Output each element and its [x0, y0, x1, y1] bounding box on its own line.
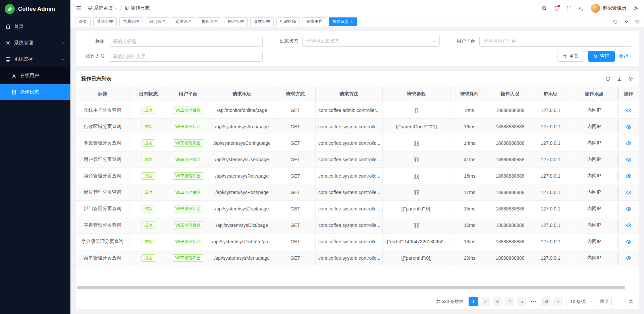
next-page-button[interactable]: >	[553, 297, 562, 306]
filter-field-operator: 操作人员	[81, 51, 263, 62]
translate-icon[interactable]: 文A	[579, 5, 584, 11]
cell-duration: 16ms	[450, 168, 489, 184]
sidebar-item-home[interactable]: 首页	[0, 18, 70, 35]
cell-status: 成功	[129, 119, 167, 135]
menu-fold-icon[interactable]	[76, 5, 82, 11]
page-button-3[interactable]: 3	[493, 297, 502, 306]
view-detail-eye-icon[interactable]	[626, 239, 632, 245]
view-detail-eye-icon[interactable]	[626, 140, 632, 146]
title-label: 标题	[81, 38, 105, 44]
cell-duration: 16ms	[450, 217, 489, 234]
cell-operator: 18888888888	[489, 201, 531, 217]
cell-params: [{"parentId":0}]	[383, 250, 450, 266]
table-spacer	[76, 266, 639, 286]
table-row: 在线用户分页查询成功WEB管理后台/api/monitor/online/pag…	[76, 102, 639, 119]
cell-action	[619, 135, 639, 151]
collapse-button-label: 收起	[619, 53, 628, 59]
log-list-card: 操作日志列表	[76, 71, 639, 309]
column-header-操作人员: 操作人员	[489, 86, 531, 102]
cell-operator: 18888888888	[489, 168, 531, 184]
platform-select[interactable]: 请选择用户平台	[479, 36, 633, 47]
app-layout: Coffee Admin 首页 系统管理	[0, 0, 644, 314]
tab-行政区域[interactable]: 行政区域	[276, 17, 300, 26]
jump-page-input[interactable]	[611, 297, 626, 306]
view-detail-eye-icon[interactable]	[626, 255, 632, 261]
log-file-icon	[124, 5, 129, 11]
tab-参数管理[interactable]: 参数管理	[250, 17, 274, 26]
sidebar-item-operation-log[interactable]: 操作日志	[0, 84, 70, 100]
cell-ip: 127.0.0.1	[531, 250, 570, 266]
tab-用户管理[interactable]: 用户管理	[224, 17, 248, 26]
tab-在线用户[interactable]: 在线用户	[303, 17, 326, 26]
notification-bell-icon[interactable]	[554, 5, 559, 11]
tab-close-icon[interactable]: ×	[351, 19, 353, 24]
sidebar-item-system-management[interactable]: 系统管理	[0, 35, 70, 51]
breadcrumb-item-monitor[interactable]: 系统监控	[88, 5, 118, 11]
collapse-button[interactable]: 收起	[619, 53, 633, 59]
cell-params: [{}]	[383, 168, 450, 184]
tabs-panel-icon[interactable]	[635, 19, 640, 24]
refresh-icon[interactable]	[613, 19, 618, 24]
chevron-down-icon[interactable]	[624, 19, 629, 24]
view-detail-eye-icon[interactable]	[626, 223, 632, 228]
horizontal-scrollbar[interactable]	[77, 286, 625, 289]
user-name: 超级管理员	[603, 5, 626, 11]
monitor-icon	[5, 57, 11, 62]
tab-岗位管理[interactable]: 岗位管理	[172, 17, 195, 26]
tab-label: 操作日志	[332, 19, 348, 24]
column-header-标题: 标题	[76, 86, 129, 102]
sidebar-submenu-monitor: 在线用户 操作日志	[0, 67, 70, 100]
page-button-5[interactable]: 5	[517, 297, 526, 306]
user-menu[interactable]: 超级管理员	[591, 4, 626, 13]
avatar	[591, 4, 600, 13]
cell-action	[619, 201, 639, 217]
tab-label: 在线用户	[306, 19, 322, 24]
view-detail-eye-icon[interactable]	[626, 190, 632, 195]
refresh-icon[interactable]	[605, 76, 610, 81]
tab-操作日志[interactable]: 操作日志×	[329, 17, 357, 26]
view-detail-eye-icon[interactable]	[626, 124, 632, 130]
view-detail-eye-icon[interactable]	[626, 173, 632, 179]
status-label: 日志状态	[275, 38, 298, 44]
cell-url: /api/system/sysMenu/page	[209, 250, 275, 266]
cell-platform: WEB管理后台	[167, 168, 209, 184]
sidebar-item-online-users[interactable]: 在线用户	[0, 67, 70, 84]
platform-tag: WEB管理后台	[173, 139, 203, 147]
column-height-icon[interactable]	[616, 76, 622, 81]
page-size-select[interactable]: 10 条/页	[567, 297, 595, 306]
view-detail-eye-icon[interactable]	[626, 206, 632, 212]
status-select[interactable]: 请选择日志状态	[302, 36, 440, 47]
operator-input[interactable]	[113, 54, 259, 59]
cell-status: 成功	[129, 102, 167, 119]
title-input[interactable]	[113, 39, 259, 44]
page-button-2[interactable]: 2	[481, 297, 490, 306]
tab-角色管理[interactable]: 角色管理	[198, 17, 221, 26]
page-button-1[interactable]: 1	[469, 297, 478, 306]
table-settings-gear-icon[interactable]	[628, 76, 633, 81]
search-icon[interactable]	[541, 5, 547, 11]
cell-action	[619, 217, 639, 234]
view-detail-eye-icon[interactable]	[626, 108, 632, 113]
sidebar: Coffee Admin 首页 系统管理	[0, 0, 70, 314]
gear-icon	[5, 40, 11, 46]
sidebar-item-system-monitor[interactable]: 系统监控	[0, 51, 70, 67]
tab-菜单管理[interactable]: 菜单管理	[93, 17, 117, 26]
cell-method: GET	[275, 168, 316, 184]
table-row: 部门管理分页查询成功WEB管理后台/api/system/sysDept/pag…	[76, 201, 639, 217]
cell-platform: WEB管理后台	[167, 217, 209, 234]
page-button-4[interactable]: 4	[505, 297, 514, 306]
cell-platform: WEB管理后台	[167, 102, 209, 119]
tab-部门管理[interactable]: 部门管理	[146, 17, 169, 26]
tab-首页[interactable]: 首页	[75, 17, 91, 26]
query-button[interactable]: 查询	[588, 51, 615, 62]
fullscreen-icon[interactable]	[566, 5, 572, 11]
reset-button[interactable]: 重置	[557, 51, 584, 62]
cell-ip: 127.0.0.1	[531, 168, 570, 184]
settings-gear-icon[interactable]	[633, 5, 639, 11]
cell-method: GET	[275, 234, 316, 250]
page-button-53[interactable]: 53	[541, 297, 550, 306]
view-detail-eye-icon[interactable]	[626, 157, 632, 163]
cell-location: 内网IP	[570, 234, 619, 250]
coffee-logo-icon	[5, 4, 15, 14]
tab-字典管理[interactable]: 字典管理	[119, 17, 143, 26]
